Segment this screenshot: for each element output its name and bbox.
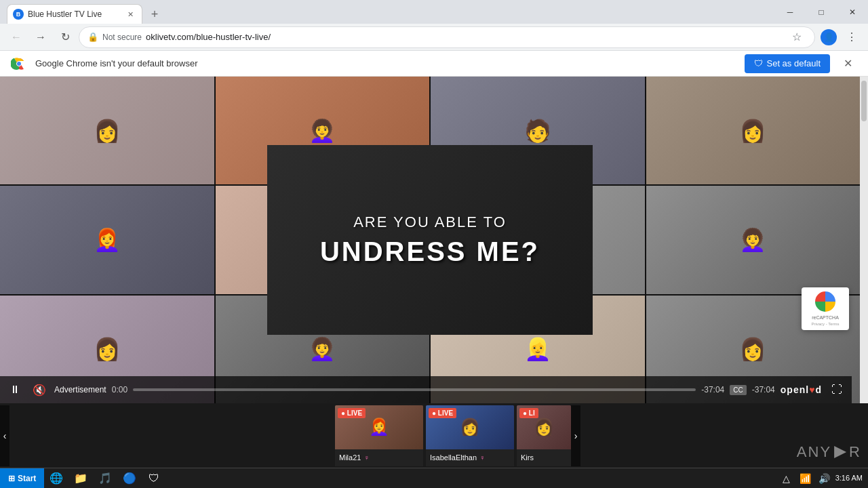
thumb-name-row-1: Mila21 ♀	[335, 449, 423, 466]
address-bar[interactable]: 🔒 Not secure oklivetv.com/blue-hustler-t…	[79, 26, 815, 48]
minimize-button[interactable]: ─	[774, 0, 806, 24]
notification-text: Google Chrome isn't your default browser	[35, 58, 736, 68]
back-button[interactable]: ←	[5, 26, 27, 48]
grid-cell-5: 👩‍🦰	[0, 186, 214, 293]
tab-title: Blue Hustler TV Live	[28, 9, 120, 19]
set-default-button[interactable]: 🛡 Set as default	[745, 54, 831, 73]
tab-area: B Blue Hustler TV Live ✕ +	[0, 0, 164, 24]
taskbar-chrome-icon[interactable]: 🔵	[117, 468, 142, 489]
windows-logo-icon: ⊞	[8, 474, 15, 483]
taskbar-volume-icon[interactable]: 🔊	[816, 470, 833, 487]
tab-favicon: B	[13, 9, 24, 20]
time-remaining: -37:04	[701, 385, 724, 394]
strip-next-button[interactable]: ›	[571, 405, 580, 466]
not-secure-label: Not secure	[102, 33, 142, 42]
anyra-play-icon	[834, 446, 846, 458]
forward-button[interactable]: →	[30, 26, 52, 48]
thumb-strip-item-3[interactable]: 👩 ● LI Kirs	[517, 405, 571, 466]
thumbs-inner: 👩‍🦰 ● LIVE Mila21 ♀ 👩 ● LIVE IsabellaElt…	[335, 405, 571, 466]
chrome-logo-icon	[11, 56, 27, 72]
ad-overlay: ARE YOU ABLE TO UNDRESS ME?	[267, 145, 593, 335]
toolbar-right: 👤 ⋮	[818, 26, 863, 48]
active-tab[interactable]: B Blue Hustler TV Live ✕	[7, 4, 142, 24]
menu-button[interactable]: ⋮	[841, 26, 863, 48]
taskbar-media-icon[interactable]: 🎵	[93, 468, 117, 489]
taskbar-time: 3:16 AM	[835, 473, 863, 483]
new-tab-button[interactable]: +	[145, 5, 164, 24]
live-badge-2: ● LIVE	[429, 408, 456, 418]
maximize-button[interactable]: □	[806, 0, 837, 24]
thumbnails-strip: ‹ 👩‍🦰 ● LIVE Mila21 ♀ 👩 ● LIVE IsabellaE…	[0, 403, 868, 468]
url-text: oklivetv.com/blue-hustler-tv-live/	[146, 32, 783, 42]
chrome-window: B Blue Hustler TV Live ✕ + ─ □ ✕ ← → ↻ 🔒…	[0, 0, 868, 488]
profile-avatar: 👤	[821, 29, 837, 45]
strip-prev-button[interactable]: ‹	[0, 405, 9, 466]
thumb-name-1: Mila21	[339, 453, 361, 462]
time-current: 0:00	[112, 385, 127, 394]
bookmark-button[interactable]: ☆	[787, 28, 806, 47]
start-label: Start	[18, 474, 36, 483]
time-remaining-2: -37:04	[752, 385, 775, 394]
close-button[interactable]: ✕	[837, 0, 868, 24]
content-area: 👩 👩‍🦱 🧑 👩 👩‍🦰 👱‍♀️ 👩 👩‍🦱 👩 👩‍🦱 👱‍♀️ 👩 AR…	[0, 77, 868, 403]
taskbar-security-icon[interactable]: 🛡	[142, 468, 166, 489]
recaptcha-logo-icon	[815, 291, 835, 312]
taskbar-ie-icon[interactable]: 🌐	[44, 468, 68, 489]
taskbar-items: 🌐 📁 🎵 🔵 🛡	[44, 468, 166, 488]
grid-cell-8: 👩‍🦱	[646, 186, 861, 293]
grid-cell-4: 👩	[646, 77, 861, 184]
gender-icon-2: ♀	[479, 453, 485, 462]
gender-icon-1: ♀	[363, 453, 369, 462]
mute-button[interactable]: 🔇	[30, 380, 49, 399]
title-bar: B Blue Hustler TV Live ✕ + ─ □ ✕	[0, 0, 868, 24]
scrollbar[interactable]	[860, 77, 868, 403]
cc-button[interactable]: CC	[730, 385, 746, 395]
anyra-logo: ANY R	[797, 443, 861, 461]
taskbar-network-icon[interactable]: 📶	[797, 470, 814, 487]
video-container: 👩 👩‍🦱 🧑 👩 👩‍🦰 👱‍♀️ 👩 👩‍🦱 👩 👩‍🦱 👱‍♀️ 👩 AR…	[0, 77, 860, 403]
thumb-name-row-2: IsabellaElthan ♀	[426, 449, 514, 466]
scrollbar-thumb[interactable]	[861, 81, 867, 121]
pause-button[interactable]: ⏸	[5, 380, 24, 399]
refresh-button[interactable]: ↻	[54, 26, 76, 48]
taskbar-right: △ 📶 🔊 3:16 AM	[778, 470, 868, 487]
recaptcha-text: reCAPTCHA	[806, 314, 845, 321]
toolbar: ← → ↻ 🔒 Not secure oklivetv.com/blue-hus…	[0, 24, 868, 51]
svg-point-2	[17, 62, 21, 66]
thumb-strip-item-1[interactable]: 👩‍🦰 ● LIVE Mila21 ♀	[335, 405, 423, 466]
taskbar-folder-icon[interactable]: 📁	[68, 468, 93, 489]
taskbar: ⊞ Start 🌐 📁 🎵 🔵 🛡 △ 📶 🔊 3:16 AM	[0, 468, 868, 488]
live-badge-3: ● LI	[519, 408, 538, 418]
thumb-name-3: Kirs	[521, 453, 534, 462]
recaptcha-badge: reCAPTCHA Privacy - Terms	[802, 287, 849, 330]
openload-logo: openl♥d	[781, 384, 822, 395]
video-controls: ⏸ 🔇 Advertisement 0:00 -37:04 CC -37:04 …	[0, 376, 852, 403]
window-controls: ─ □ ✕	[774, 0, 868, 24]
live-badge-1: ● LIVE	[338, 408, 366, 418]
taskbar-arrow-icon[interactable]: △	[778, 470, 795, 487]
profile-button[interactable]: 👤	[818, 26, 840, 48]
notification-bar: Google Chrome isn't your default browser…	[0, 51, 868, 77]
ad-text-bottom: UNDRESS ME?	[320, 237, 540, 267]
grid-cell-1: 👩	[0, 77, 214, 184]
security-icon: 🔒	[87, 32, 98, 42]
start-button[interactable]: ⊞ Start	[0, 468, 44, 489]
thumb-strip-item-2[interactable]: 👩 ● LIVE IsabellaElthan ♀	[426, 405, 514, 466]
fullscreen-button[interactable]: ⛶	[827, 380, 846, 399]
thumb-name-2: IsabellaElthan	[430, 453, 477, 462]
recaptcha-links: Privacy - Terms	[806, 322, 845, 326]
progress-bar[interactable]	[133, 388, 696, 391]
thumb-name-row-3: Kirs	[517, 449, 571, 466]
tab-close-button[interactable]: ✕	[124, 8, 136, 20]
ad-label: Advertisement	[54, 385, 106, 394]
ad-text-top: ARE YOU ABLE TO	[353, 214, 507, 231]
controls-right: CC -37:04 openl♥d ⛶	[730, 380, 846, 399]
notification-close-button[interactable]: ✕	[838, 54, 857, 73]
taskbar-clock[interactable]: 3:16 AM	[835, 473, 863, 483]
